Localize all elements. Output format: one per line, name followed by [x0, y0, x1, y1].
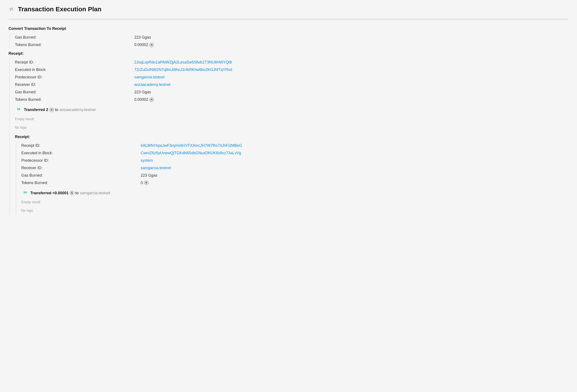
page-title: Transaction Execution Plan: [18, 4, 102, 14]
receipt1-block: Receipt ID: 2JsqLxpRdo1aPAtWZjjA2LesaSw5…: [9, 59, 569, 215]
predecessor-id-row: Predecessor ID: samgarcia.testnet: [15, 73, 569, 81]
receipt-id-link[interactable]: 6ALWNYkpoJwF3nyHs6HYFXAincJH7W7Ro74JhFi2…: [141, 143, 242, 149]
transfer-text: Transferred 2 N to anzaacademy.testnet: [24, 107, 96, 113]
transfer-to: to: [75, 190, 79, 196]
transfer-recipient: anzaacademy.testnet: [60, 107, 96, 113]
no-logs: No logs: [21, 206, 569, 215]
gas-burned-value: 223 Ggas: [134, 34, 569, 40]
gas-burned-row: Gas Burned: 223 Ggas: [15, 34, 569, 41]
convert-block: Gas Burned: 223 Ggas Tokens Burned: 0.00…: [9, 34, 569, 49]
predecessor-id-label: Predecessor ID:: [15, 74, 134, 80]
empty-result: Empty result: [15, 115, 569, 123]
executed-block-label: Executed in Block:: [21, 150, 141, 156]
empty-result: Empty result: [21, 198, 569, 206]
predecessor-id-link[interactable]: system: [141, 158, 153, 163]
receipt1-heading: Receipt:: [8, 51, 569, 57]
section-divider: [8, 19, 569, 20]
predecessor-id-row: Predecessor ID: system: [21, 157, 569, 164]
transfer-recipient: samgarcia.testnet: [80, 190, 110, 196]
tokens-burned-row: Tokens Burned: 0.00002 N: [15, 96, 569, 103]
gas-burned-row: Gas Burned: 223 Ggas: [21, 172, 569, 179]
gas-burned-value: 223 Ggas: [134, 89, 569, 95]
transfer-icon: [17, 107, 21, 113]
transfer-text: Transferred <0.00001 N to samgarcia.test…: [30, 190, 110, 196]
transfer-icon: [23, 190, 28, 196]
predecessor-id-link[interactable]: samgarcia.testnet: [134, 74, 165, 80]
transfer-to: to: [55, 107, 58, 113]
transfer-row: Transferred 2 N to anzaacademy.testnet: [15, 103, 569, 115]
tokens-burned-label: Tokens Burned:: [15, 42, 134, 48]
gas-burned-label: Gas Burned:: [15, 89, 134, 95]
receipt-id-link[interactable]: 2JsqLxpRdo1aPAtWZjjA2LesaSw5Sfwb1T3NU8HW…: [134, 60, 232, 65]
near-icon: N: [149, 43, 154, 47]
tokens-burned-value: 0 N: [141, 180, 569, 186]
gas-burned-label: Gas Burned:: [15, 34, 134, 40]
receipt-id-label: Receipt ID:: [15, 60, 134, 65]
gas-burned-value: 223 Ggas: [141, 173, 569, 178]
executed-block-label: Executed in Block:: [15, 67, 134, 73]
gas-burned-row: Gas Burned: 223 Ggas: [15, 88, 569, 96]
receiver-id-link[interactable]: samgarcia.testnet: [141, 165, 171, 171]
executed-block-link[interactable]: 7ZrZuDctNW2N7q9mJi9hnJ1HkRKhw6bv2KGJf4Tq…: [134, 67, 232, 73]
gas-burned-label: Gas Burned:: [21, 173, 141, 178]
receipt2-heading: Receipt:: [15, 134, 569, 140]
receiver-id-link[interactable]: anzaacademy.testnet: [134, 82, 171, 88]
near-icon: N: [144, 181, 148, 185]
tokens-burned-row: Tokens Burned: 0.00002 N: [15, 41, 569, 49]
near-icon: N: [70, 191, 74, 195]
swap-icon: [8, 6, 14, 12]
transfer-prefix: Transferred 2: [24, 107, 48, 113]
near-icon: N: [49, 108, 54, 112]
receipt2-block: Receipt ID: 6ALWNYkpoJwF3nyHs6HYFXAincJH…: [16, 142, 569, 215]
tokens-burned-value: 0.00002 N: [134, 97, 569, 102]
executed-block-link[interactable]: CwroZ6z5yUvwwQjTGKdN65dbGNuxDKUK8z8xz73a…: [141, 150, 241, 156]
page-header: Transaction Execution Plan: [8, 4, 569, 14]
near-icon: N: [149, 98, 154, 102]
receipt-id-row: Receipt ID: 6ALWNYkpoJwF3nyHs6HYFXAincJH…: [21, 142, 569, 149]
executed-block-row: Executed in Block: CwroZ6z5yUvwwQjTGKdN6…: [21, 149, 569, 157]
tokens-burned-amount: 0: [141, 180, 143, 186]
tokens-burned-label: Tokens Burned:: [15, 97, 134, 102]
transfer-prefix: Transferred <0.00001: [30, 190, 69, 196]
receiver-id-row: Receiver ID: anzaacademy.testnet: [15, 81, 569, 88]
predecessor-id-label: Predecessor ID:: [21, 158, 141, 163]
tokens-burned-row: Tokens Burned: 0 N: [21, 179, 569, 187]
tokens-burned-amount: 0.00002: [134, 42, 148, 48]
receipt-id-label: Receipt ID:: [21, 143, 141, 149]
executed-block-row: Executed in Block: 7ZrZuDctNW2N7q9mJi9hn…: [15, 66, 569, 73]
tokens-burned-label: Tokens Burned:: [21, 180, 141, 186]
receiver-id-label: Receiver ID:: [15, 82, 134, 88]
convert-heading: Convert Transaction To Receipt: [8, 26, 569, 32]
receiver-id-row: Receiver ID: samgarcia.testnet: [21, 164, 569, 172]
tokens-burned-amount: 0.00002: [134, 97, 148, 102]
receipt-id-row: Receipt ID: 2JsqLxpRdo1aPAtWZjjA2LesaSw5…: [15, 59, 569, 66]
transfer-row: Transferred <0.00001 N to samgarcia.test…: [21, 187, 569, 198]
no-logs: No logs: [15, 123, 569, 132]
receiver-id-label: Receiver ID:: [21, 165, 141, 171]
tokens-burned-value: 0.00002 N: [134, 42, 569, 48]
